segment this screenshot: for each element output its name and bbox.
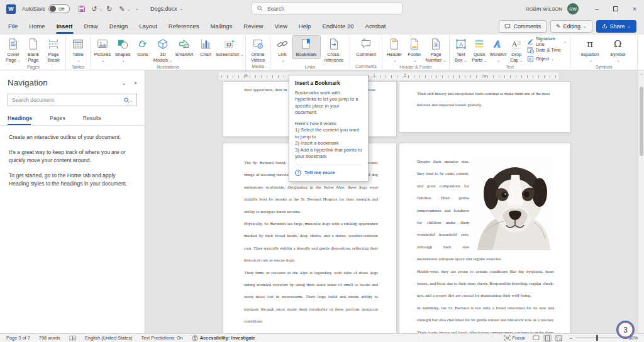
toggle-knob-icon [50, 6, 56, 12]
zoom-out-button[interactable]: – [570, 335, 572, 341]
ribbon-button-shapes[interactable]: Shapes⌄ [113, 36, 133, 65]
tab-endnote[interactable]: EndNote 20 [316, 18, 359, 35]
st-bernard-image[interactable] [474, 157, 554, 250]
ribbon-button-icons[interactable]: Icons [133, 36, 153, 58]
word-logo-icon[interactable]: W [6, 4, 16, 14]
nav-tab-results[interactable]: Results [83, 113, 108, 125]
scroll-up-icon[interactable]: ⌄ [639, 70, 644, 77]
autosave-toggle[interactable]: Off [48, 4, 70, 13]
paragraph: Health-wise, they are prone to certain c… [417, 265, 554, 302]
close-button[interactable]: × [625, 0, 644, 18]
vertical-scrollbar[interactable]: ⌄ [638, 70, 644, 333]
ribbon-button-chart[interactable]: Chart [196, 36, 216, 58]
dropdown-arrow-icon: ⌄ [443, 58, 446, 62]
tell-me-more-link[interactable]: ? Tell me more [295, 168, 363, 177]
maximize-icon [613, 6, 618, 11]
editing-mode-button[interactable]: ✎ Editing ⌄ [550, 20, 592, 33]
search-box[interactable]: Search [252, 3, 402, 14]
page-indicator[interactable]: Page 3 of 7 [6, 335, 30, 341]
word-count[interactable]: 798 words [39, 335, 60, 341]
maximize-button[interactable] [606, 0, 625, 18]
tab-mailings[interactable]: Mailings [204, 18, 238, 35]
minimize-button[interactable]: – [587, 0, 606, 18]
ribbon-button-equation[interactable]: π Equation⌄ [579, 36, 601, 65]
language-indicator[interactable]: English (United States) [85, 335, 133, 341]
comments-button[interactable]: Comments [499, 20, 547, 33]
indent-marker-icon[interactable] [243, 74, 248, 77]
tab-file[interactable]: File [3, 18, 23, 35]
avatar[interactable]: RW [567, 3, 579, 14]
customize-toolbar-icon[interactable]: ⌄ [131, 3, 143, 14]
web-layout-icon[interactable] [554, 334, 564, 342]
ribbon-button-signature-line[interactable]: Signature Line ⌄ [527, 37, 567, 45]
read-mode-icon[interactable] [531, 334, 541, 342]
header-icon [388, 37, 401, 51]
user-name[interactable]: ROBIN WILSON [526, 6, 562, 12]
ribbon-button-blank-page[interactable]: Blank Page [23, 36, 43, 64]
ribbon-button-pictures[interactable]: Pictures⌄ [92, 36, 113, 65]
ribbon-button-wordart[interactable]: A WordArt⌄ [489, 36, 507, 65]
ribbon-button-cover-page[interactable]: Cover Page⌄ [3, 36, 23, 65]
accessibility-status[interactable]: Accessibility: Investigate [192, 335, 255, 341]
zoom-slider-thumb[interactable] [596, 335, 598, 341]
ribbon-button-object[interactable]: Object ⌄ [527, 55, 567, 63]
ribbon-button-3d-models[interactable]: 3D Models⌄ [153, 36, 173, 65]
ribbon-button-footer[interactable]: Footer⌄ [404, 36, 425, 65]
search-options-dropdown-icon[interactable]: ⌄ [130, 98, 133, 102]
undo-dropdown-icon[interactable]: ⌄ [99, 7, 103, 11]
redo-button[interactable]: ↻ [104, 3, 115, 14]
ribbon-button-smartart[interactable]: SmartArt [173, 36, 196, 58]
document-title[interactable]: Dogs.docx ⌄ [150, 6, 183, 12]
tab-review[interactable]: Review [238, 18, 269, 35]
horizontal-ruler[interactable]: 1 2 [218, 72, 559, 80]
ribbon-button-bookmark[interactable]: Bookmark [292, 36, 320, 58]
document-page-2-right[interactable]: Their rich history and exceptional trait… [399, 82, 570, 132]
nav-tab-headings[interactable]: Headings [8, 113, 38, 125]
nav-tab-pages[interactable]: Pages [50, 113, 72, 125]
document-area[interactable]: 1 2 their appearance, their in rious The… [145, 70, 644, 333]
tab-draw[interactable]: Draw [79, 18, 104, 35]
ribbon-button-drop-cap[interactable]: A Drop Cap⌄ [507, 36, 525, 65]
pen-button[interactable]: ✎ [116, 3, 128, 14]
proofing-icon[interactable] [69, 335, 76, 341]
ribbon-button-page-number[interactable]: # Page Number⌄ [425, 36, 447, 65]
ribbon-button-date-time[interactable]: Date & Time [527, 46, 567, 54]
ribbon-button-link[interactable]: Link⌄ [272, 36, 292, 65]
zoom-slider[interactable] [575, 338, 619, 338]
text-predictions-indicator[interactable]: Text Predictions: On [142, 335, 183, 341]
navigation-close-icon[interactable]: × [134, 80, 137, 86]
collapse-ribbon-button[interactable]: ⌄ [638, 36, 644, 70]
ribbon-button-cross-reference[interactable]: Cross-reference [320, 36, 348, 64]
navigation-search-input[interactable]: Search document ⌄ [8, 94, 137, 106]
tab-references[interactable]: References [163, 18, 205, 35]
tab-layout[interactable]: Layout [133, 18, 163, 35]
pen-dropdown-icon[interactable]: ⌄ [127, 7, 130, 11]
indent-marker-icon[interactable] [482, 75, 487, 78]
undo-button[interactable]: ↺ [89, 3, 100, 14]
date-time-icon [527, 47, 534, 53]
share-button[interactable]: Share ⌄ [596, 20, 636, 33]
ribbon-button-text-box[interactable]: A Text Box⌄ [452, 36, 470, 65]
ribbon-button-quick-parts[interactable]: Quick Parts⌄ [470, 36, 488, 65]
ribbon-button-page-break[interactable]: Page Break [43, 36, 64, 64]
search-icon[interactable] [124, 97, 130, 103]
tab-view[interactable]: View [269, 18, 292, 35]
scrollbar-thumb[interactable] [640, 87, 643, 156]
tab-help[interactable]: Help [293, 18, 317, 35]
save-icon[interactable] [76, 3, 87, 14]
ribbon-button-header[interactable]: Header⌄ [384, 36, 404, 65]
ribbon-button-table[interactable]: Table⌄ [68, 36, 88, 65]
tab-acrobat[interactable]: Acrobat [360, 18, 392, 35]
ribbon-button-symbol[interactable]: Ω Symbol⌄ [606, 36, 629, 65]
focus-mode-button[interactable]: Focus [504, 335, 525, 341]
tab-design[interactable]: Design [104, 18, 134, 35]
tab-insert[interactable]: Insert [51, 18, 79, 35]
print-layout-icon[interactable] [543, 334, 552, 342]
tab-home[interactable]: Home [23, 18, 50, 35]
ribbon-button-screenshot[interactable]: Screenshot⌄ [216, 36, 243, 59]
autosave-control[interactable]: AutoSave Off [22, 4, 70, 13]
navigation-options-icon[interactable]: ⌄ [121, 80, 126, 86]
ribbon-button-comment[interactable]: Comment [352, 36, 380, 58]
document-page-4[interactable]: Despite their massive size, they tend to… [399, 143, 570, 333]
ribbon-button-online-videos[interactable]: Online Videos [248, 36, 268, 64]
